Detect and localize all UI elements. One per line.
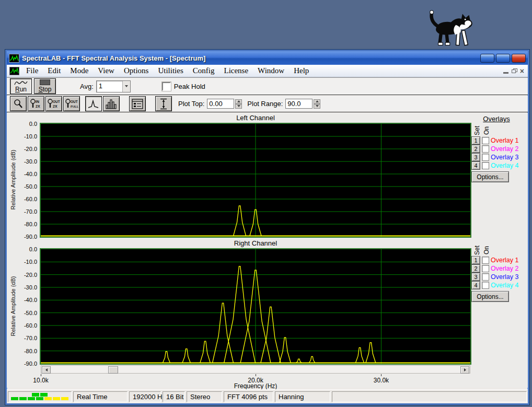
- plot-top-spinner[interactable]: [235, 99, 242, 109]
- overlay-options-button[interactable]: Options...: [471, 171, 509, 182]
- svg-text:OUT: OUT: [53, 100, 60, 103]
- stop-button[interactable]: Stop: [34, 78, 56, 94]
- x-tick-label: 30.0k: [365, 374, 397, 384]
- plot-top-input[interactable]: 0.00: [207, 99, 234, 109]
- run-label: Run: [15, 86, 27, 93]
- overlay-set-button-1[interactable]: 1: [471, 256, 480, 264]
- mdi-close-icon[interactable]: ×: [520, 68, 524, 74]
- minimize-button[interactable]: [480, 54, 494, 63]
- overlay-set-button-2[interactable]: 2: [471, 264, 480, 273]
- meter-segment: [53, 397, 60, 400]
- spectrum-client-area: Left Channel 0.0-10.0-20.0-30.0-40.0-50.…: [7, 113, 528, 388]
- overlay-on-checkbox-2[interactable]: [482, 265, 489, 272]
- title-bar[interactable]: SpectraLAB - FFT Spectral Analysis Syste…: [7, 51, 528, 65]
- overlay-label: Overlay 3: [491, 273, 519, 281]
- peak-hold-checkbox[interactable]: [162, 82, 171, 91]
- overlay-row: 3Overlay 3: [471, 273, 524, 281]
- menu-item-license[interactable]: License: [219, 65, 253, 76]
- mdi-minimize-icon[interactable]: [503, 72, 508, 74]
- status-panel-192000-hz: 192000 Hz: [129, 391, 161, 402]
- magnifier-icon: [13, 99, 24, 109]
- sine-wave-icon: [14, 80, 28, 86]
- tick-mark: [256, 374, 256, 376]
- window-title: SpectraLAB - FFT Spectral Analysis Syste…: [22, 54, 480, 62]
- scrollbar-thumb[interactable]: [108, 366, 118, 374]
- stop-label-rest: top: [43, 86, 52, 93]
- y-tick-label: -80.0: [12, 348, 37, 354]
- zoom-out-2x-button[interactable]: OUT 2X: [45, 96, 62, 111]
- overlay-label: Overlay 1: [491, 137, 519, 144]
- overlay-on-checkbox-3[interactable]: [482, 154, 489, 161]
- meter-segment: [44, 397, 52, 400]
- maximize-button[interactable]: [496, 54, 510, 63]
- menu-item-file[interactable]: File: [21, 65, 43, 76]
- set-column-label: Set: [473, 126, 481, 135]
- spectrum-document-icon[interactable]: [9, 67, 19, 75]
- overlay-set-button-3[interactable]: 3: [471, 273, 480, 281]
- plot-range-spinner[interactable]: [314, 99, 320, 109]
- avg-dropdown-button[interactable]: [122, 81, 130, 92]
- meter-segment: [36, 397, 43, 400]
- left-channel-plot[interactable]: [41, 124, 470, 237]
- y-tick-label: -80.0: [12, 221, 37, 227]
- svg-text:OUT: OUT: [71, 100, 78, 103]
- frequency-scrollbar[interactable]: [41, 365, 470, 374]
- menu-item-options[interactable]: Options: [119, 65, 154, 76]
- overlay-on-checkbox-1[interactable]: [482, 257, 489, 264]
- overlay-on-checkbox-1[interactable]: [482, 137, 489, 144]
- overlay-set-button-4[interactable]: 4: [471, 161, 480, 170]
- menu-item-window[interactable]: Window: [253, 65, 289, 76]
- right-y-axis-label: Relative Amplitude (dB): [10, 270, 16, 343]
- line-plot-view-button[interactable]: [85, 96, 102, 111]
- bar-chart-icon: [106, 99, 117, 109]
- overlay-on-checkbox-4[interactable]: [482, 162, 489, 169]
- overlay-label: Overlay 3: [491, 154, 519, 161]
- peak-curve-icon: [88, 99, 99, 109]
- menu-item-utilities[interactable]: Utilities: [153, 65, 188, 76]
- zoom-in-2x-icon: IN 2X: [30, 98, 42, 110]
- overlay-set-button-2[interactable]: 2: [471, 145, 480, 153]
- display-options-button[interactable]: [129, 96, 146, 111]
- plot-top-label: Plot Top:: [178, 100, 204, 108]
- run-button[interactable]: Run: [10, 78, 32, 94]
- overlay-set-button-1[interactable]: 1: [471, 136, 480, 145]
- overlay-label: Overlay 1: [491, 257, 519, 264]
- x-tick-label: 10.0k: [25, 374, 56, 384]
- vertical-range-icon: [159, 98, 168, 110]
- zoom-button[interactable]: [10, 96, 27, 111]
- left-y-axis-label: Relative Amplitude (dB): [10, 143, 16, 216]
- overlay-on-checkbox-3[interactable]: [482, 273, 489, 281]
- overlay-on-checkbox-2[interactable]: [482, 145, 489, 153]
- meter-segment: [11, 397, 18, 400]
- zoom-in-2x-button[interactable]: IN 2X: [28, 96, 44, 111]
- svg-text:IN: IN: [36, 100, 39, 103]
- spin-up-icon: [316, 100, 319, 102]
- stop-icon: [40, 79, 50, 85]
- menu-item-mode[interactable]: Mode: [65, 65, 93, 76]
- meter-segment: [19, 397, 27, 400]
- menu-item-config[interactable]: Config: [188, 65, 219, 76]
- scroll-right-button[interactable]: [460, 366, 469, 374]
- mdi-restore-icon[interactable]: [512, 68, 517, 73]
- zoom-out-full-button[interactable]: OUT FULL: [63, 96, 80, 111]
- overlay-set-button-4[interactable]: 4: [471, 281, 480, 289]
- vertical-range-button[interactable]: [155, 96, 172, 111]
- bar-plot-view-button[interactable]: [103, 96, 120, 111]
- menu-item-help[interactable]: Help: [289, 65, 314, 76]
- overlay-set-button-3[interactable]: 3: [471, 153, 480, 161]
- avg-combobox[interactable]: 1: [96, 80, 131, 92]
- overlay-on-checkbox-4[interactable]: [482, 282, 489, 289]
- menu-item-view[interactable]: View: [93, 65, 119, 76]
- scroll-left-button[interactable]: [42, 366, 51, 374]
- menu-item-edit[interactable]: Edit: [43, 65, 65, 76]
- right-channel-plot[interactable]: [41, 249, 470, 364]
- arrow-right-icon: [464, 368, 466, 371]
- status-panel-stereo: Stereo: [187, 391, 222, 402]
- plot-range-input[interactable]: 90.0: [285, 99, 313, 109]
- status-panel-empty: [332, 391, 527, 402]
- close-button[interactable]: [512, 54, 526, 63]
- meter-segment: [28, 397, 35, 400]
- y-tick-label: -10.0: [12, 133, 37, 139]
- overlay-row: 1Overlay 1: [471, 256, 524, 264]
- overlay-options-button[interactable]: Options...: [471, 291, 509, 302]
